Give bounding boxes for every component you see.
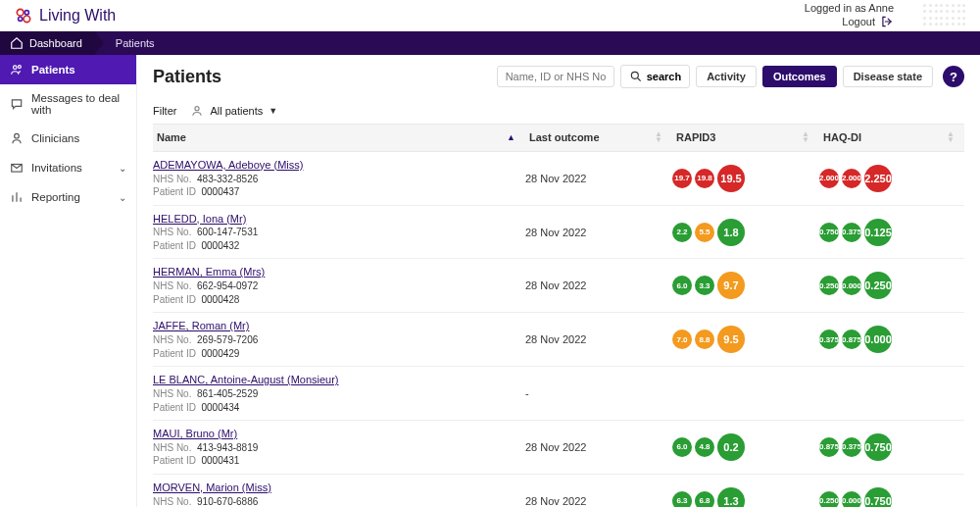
score-bubble: 2.000 <box>842 169 861 188</box>
breadcrumb-current: Patients <box>94 31 167 55</box>
col-name[interactable]: Name▲ <box>153 125 525 151</box>
haqdi-values: 0.7500.3750.125 <box>819 219 964 246</box>
haqdi-values: 0.3750.8750.000 <box>819 326 964 353</box>
messages-icon <box>10 97 24 111</box>
score-bubble: 0.750 <box>864 487 892 507</box>
score-bubble: 0.000 <box>864 326 892 353</box>
score-bubble: 2.000 <box>819 169 839 188</box>
score-bubble: 7.0 <box>672 330 692 349</box>
search-icon <box>629 70 643 83</box>
svg-point-5 <box>18 66 21 69</box>
score-bubble: 0.250 <box>819 491 839 507</box>
pill-activity[interactable]: Activity <box>696 66 757 87</box>
nhs-number: NHS No. 269-579-7206 <box>153 333 525 347</box>
haqdi-values: 2.0002.0002.250 <box>819 165 964 192</box>
score-bubble: 0.375 <box>842 223 861 242</box>
table-header: Name▲ Last outcome▲▼ RAPID3▲▼ HAQ-DI▲▼ <box>153 124 964 152</box>
patient-link[interactable]: MORVEN, Marion (Miss) <box>153 481 525 495</box>
patients-icon <box>10 63 24 76</box>
search-button[interactable]: search <box>620 65 690 88</box>
rapid3-values: 6.04.80.2 <box>672 433 819 461</box>
patient-link[interactable]: HERMAN, Emma (Mrs) <box>153 265 525 279</box>
table-row: MAUI, Bruno (Mr)NHS No. 413-943-8819Pati… <box>153 421 964 475</box>
help-button[interactable]: ? <box>943 66 964 87</box>
home-icon <box>10 36 24 50</box>
score-bubble: 4.8 <box>695 437 714 457</box>
score-bubble: 6.0 <box>672 276 692 295</box>
caret-down-icon: ▼ <box>269 106 277 116</box>
nhs-number: NHS No. 600-147-7531 <box>153 226 525 239</box>
sidebar-item-patients[interactable]: Patients <box>0 55 136 84</box>
breadcrumb-dashboard[interactable]: Dashboard <box>0 31 94 55</box>
table-row: ADEMAYOWA, Adeboye (Miss)NHS No. 483-332… <box>153 152 964 206</box>
score-bubble: 9.7 <box>717 272 745 299</box>
breadcrumb-dashboard-label: Dashboard <box>29 37 82 49</box>
patient-link[interactable]: LE BLANC, Antoine-August (Monsieur) <box>153 373 525 387</box>
score-bubble: 0.000 <box>842 491 861 507</box>
clinicians-icon <box>10 131 24 145</box>
pill-outcomes[interactable]: Outcomes <box>762 66 837 87</box>
brand-logo[interactable]: Living With <box>14 6 116 25</box>
app-grid-icon[interactable] <box>923 4 966 27</box>
sidebar: Patients Messages to deal with Clinician… <box>0 55 137 507</box>
col-haq-di[interactable]: HAQ-DI▲▼ <box>819 125 964 151</box>
patient-id: Patient ID 0000434 <box>153 401 525 415</box>
sidebar-item-reporting[interactable]: Reporting ⌄ <box>0 182 136 212</box>
sidebar-item-clinicians[interactable]: Clinicians <box>0 124 136 153</box>
table-body: ADEMAYOWA, Adeboye (Miss)NHS No. 483-332… <box>153 152 964 507</box>
svg-point-3 <box>24 10 28 14</box>
score-bubble: 0.750 <box>864 433 892 461</box>
logout-icon <box>880 15 894 28</box>
chevron-down-icon: ⌄ <box>119 163 126 174</box>
score-bubble: 0.375 <box>819 330 839 349</box>
patient-link[interactable]: HELEDD, Iona (Mr) <box>153 212 525 227</box>
person-icon <box>190 104 204 118</box>
search-input[interactable] <box>497 66 614 87</box>
sort-asc-icon: ▲ <box>507 132 515 142</box>
sidebar-item-label: Invitations <box>31 162 82 174</box>
score-bubble: 0.375 <box>842 437 861 457</box>
score-bubble: 5.5 <box>695 223 714 242</box>
score-bubble: 19.7 <box>672 169 692 188</box>
score-bubble: 6.8 <box>695 491 714 507</box>
sidebar-item-label: Reporting <box>31 191 80 203</box>
sidebar-item-messages[interactable]: Messages to deal with <box>0 84 136 124</box>
col-rapid3[interactable]: RAPID3▲▼ <box>672 125 819 151</box>
haqdi-values: 0.8750.3750.750 <box>819 433 964 461</box>
filter-dropdown[interactable]: All patients ▼ <box>190 104 277 118</box>
score-bubble: 0.750 <box>819 223 839 242</box>
reporting-icon <box>10 190 24 204</box>
rapid3-values: 2.25.51.8 <box>672 219 819 246</box>
sort-icon: ▲▼ <box>947 131 955 144</box>
logout-label: Logout <box>842 16 875 29</box>
table-row: HERMAN, Emma (Mrs)NHS No. 662-954-0972Pa… <box>153 259 964 313</box>
patient-link[interactable]: JAFFE, Roman (Mr) <box>153 319 525 333</box>
svg-point-2 <box>19 17 23 21</box>
patient-link[interactable]: MAUI, Bruno (Mr) <box>153 427 525 441</box>
nhs-number: NHS No. 483-332-8526 <box>153 173 525 186</box>
svg-point-8 <box>631 72 638 78</box>
pill-disease-state[interactable]: Disease state <box>843 66 933 87</box>
last-outcome: 28 Nov 2022 <box>525 333 672 345</box>
breadcrumb: Dashboard Patients <box>0 31 980 55</box>
haqdi-values: 0.2500.0000.250 <box>819 272 964 299</box>
score-bubble: 0.250 <box>864 272 892 299</box>
patient-id: Patient ID 0000437 <box>153 185 525 199</box>
last-outcome: 28 Nov 2022 <box>525 279 672 291</box>
last-outcome: 28 Nov 2022 <box>525 227 672 238</box>
sort-icon: ▲▼ <box>655 131 662 144</box>
logout-link[interactable]: Logout <box>805 15 894 28</box>
rapid3-values: 6.36.81.3 <box>672 487 819 507</box>
page-title: Patients <box>153 67 221 87</box>
table-row: HELEDD, Iona (Mr)NHS No. 600-147-7531Pat… <box>153 206 964 260</box>
patient-id: Patient ID 0000431 <box>153 454 525 468</box>
col-last-outcome[interactable]: Last outcome▲▼ <box>525 125 672 151</box>
score-bubble: 0.125 <box>864 219 892 246</box>
sidebar-item-invitations[interactable]: Invitations ⌄ <box>0 153 136 182</box>
score-bubble: 8.8 <box>695 330 714 349</box>
rapid3-values: 7.08.89.5 <box>672 326 819 353</box>
nhs-number: NHS No. 910-670-6886 <box>153 495 525 507</box>
filter-label: Filter <box>153 105 176 117</box>
table-row: LE BLANC, Antoine-August (Monsieur)NHS N… <box>153 367 964 421</box>
patient-link[interactable]: ADEMAYOWA, Adeboye (Miss) <box>153 158 525 173</box>
